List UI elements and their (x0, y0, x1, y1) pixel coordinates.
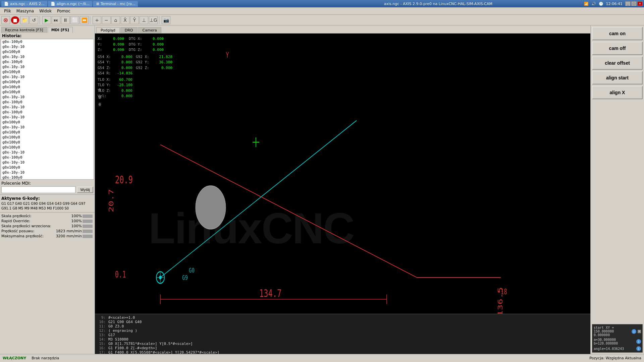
canvas-container[interactable]: X: 0.000 DTG X: 0.000 Y: 0.000 DTG Y: 0.… (95, 34, 590, 314)
estop-button[interactable]: ⊗ (1, 16, 10, 24)
angle-info-btn[interactable]: i (636, 346, 641, 351)
historia-item[interactable]: g0x-10y-10 (1, 170, 94, 175)
tab-manual-control[interactable]: Ręczna kontrola [F3] (1, 27, 47, 33)
historia-item[interactable]: g0x100y0 (1, 135, 94, 140)
home-y-button[interactable]: Ŷ (130, 16, 139, 24)
ab-info-btn[interactable]: i (636, 339, 641, 344)
historia-item[interactable]: g0x-100y0 (1, 39, 94, 44)
historia-item[interactable]: g0x-100y0 (1, 175, 94, 180)
tab-terminal[interactable]: 🖥 Terminal - mc [ro... (93, 1, 138, 7)
historia-item[interactable]: g0x-100y0 (1, 110, 94, 115)
historia-item[interactable]: g0x100y0 (1, 84, 94, 89)
svg-point-4 (196, 186, 226, 229)
minus-z-button[interactable]: − (102, 16, 111, 24)
gcodes-section: Aktywne G-kody: G1 G17 G40 G21 G90 G94 G… (0, 194, 95, 212)
historia-item[interactable]: g0x-10y-10 (1, 64, 94, 69)
tab-camera[interactable]: Camera (138, 27, 161, 33)
block-button[interactable]: ⬜ (70, 16, 79, 24)
open-button[interactable]: 📁 (20, 16, 29, 24)
historia-list[interactable]: g0x-100y0g0x-10y-10g0x100y0g0x-10y-10g0x… (1, 39, 94, 180)
scale-row-0: Skala prędkości: 100% (1, 214, 93, 218)
menu-widok[interactable]: Widok (37, 8, 54, 14)
code-content: G0 Z3.0 (108, 324, 124, 328)
tab-mdi[interactable]: MDI [F5] (48, 27, 73, 33)
svg-text:G9: G9 (182, 274, 188, 282)
svg-text:20.9: 20.9 (115, 174, 133, 186)
minimize-button[interactable]: _ (625, 1, 631, 6)
historia-item[interactable]: g0x-100y0 (1, 59, 94, 64)
historia-item[interactable]: g0x-10y-10 (1, 54, 94, 59)
scale-row-4: Maksymalna prędkość: 3200 mm/min (1, 234, 93, 238)
from-line-button[interactable]: ⏩ (80, 16, 89, 24)
historia-item[interactable]: g0x-10y-10 (1, 44, 94, 49)
camera-button[interactable]: 📷 (162, 16, 170, 24)
gcodes-line1: G1 G17 G40 G21 G90 G94 G54 G43 G99 G64 G… (1, 201, 93, 206)
historia-item[interactable]: g0x100y0 (1, 120, 94, 125)
historia-item[interactable]: g0x100y0 (1, 140, 94, 145)
pause-button[interactable]: ⏸ (61, 16, 70, 24)
historia-item[interactable]: g0x100y0 (1, 79, 94, 84)
historia-item[interactable]: g0x100y0 (1, 130, 94, 135)
menubar: Plik Maszyna Widok Pomoc (0, 7, 644, 15)
cam-off-button[interactable]: cam off (592, 42, 643, 55)
clear-offset-button[interactable]: clear offset (592, 56, 643, 70)
historia-item[interactable]: g0x-10y-10 (1, 74, 94, 79)
touchoff-button[interactable]: ⊥ (140, 16, 148, 24)
historia-item[interactable]: g0x-10y-10 (1, 115, 94, 120)
align-start-button[interactable]: align start (592, 71, 643, 84)
tab-dro[interactable]: DRO (120, 27, 138, 33)
mdi-send-button[interactable]: Wyślij (77, 186, 93, 193)
window-title: axis.ngc - AXIS 2.9.0-pre0 na LinuxCNC-H… (292, 2, 584, 6)
historia-item[interactable]: g0x100y0 (1, 89, 94, 95)
scale-value-3: 1823 mm/min (56, 229, 82, 233)
scale-slider-4[interactable] (83, 235, 93, 238)
historia-item[interactable]: g0x-10y-10 (1, 125, 94, 130)
svg-text:⊕: ⊕ (98, 101, 101, 107)
historia-item[interactable]: g0x-10y-10 (1, 160, 94, 165)
code-line: 11:G0 Z3.0 (96, 324, 589, 328)
start-xy-close-btn[interactable]: × (638, 330, 641, 333)
start-xy-info-btn[interactable]: i (632, 329, 636, 334)
tab-axis-ngc[interactable]: 📄 axis.ngc - AXIS 2... (1, 1, 47, 7)
menu-pomoc[interactable]: Pomoc (54, 8, 73, 14)
svg-text:134.7: 134.7 (259, 287, 281, 299)
scale-slider-3[interactable] (83, 230, 93, 233)
maximize-button[interactable]: □ (631, 1, 637, 6)
tab-podglad[interactable]: Podgląd (96, 27, 120, 33)
historia-item[interactable]: g0x-100y0 (1, 100, 94, 105)
historia-item[interactable]: g0x100y0 (1, 145, 94, 150)
gcodes-label: Aktywne G-kody: (1, 196, 93, 201)
historia-item[interactable]: g0x100y0 (1, 165, 94, 170)
scale-slider-2[interactable] (83, 225, 93, 228)
reload-button[interactable]: ↺ (30, 16, 38, 24)
historia-item[interactable]: g0x-10y-10 (1, 105, 94, 110)
scale-slider-0[interactable] (83, 215, 93, 218)
historia-item[interactable]: g0x-100y0 (1, 155, 94, 160)
toolbar-sep3 (159, 16, 160, 24)
sound-icon: 🔊 (591, 2, 596, 6)
align-x-button[interactable]: align X (592, 86, 643, 99)
historia-item[interactable]: g0x-10y-10 (1, 150, 94, 155)
cam-on-button[interactable]: cam on (592, 27, 643, 40)
historia-item[interactable]: g0x100y0 (1, 49, 94, 54)
menu-maszyna[interactable]: Maszyna (14, 8, 37, 14)
run-button[interactable]: ▶ (42, 16, 51, 24)
historia-item[interactable]: g0x-10y-10 (1, 95, 94, 100)
code-viewer[interactable]: 9:#<scale>=1.010:G21 G90 G64 G4011:G0 Z3… (95, 314, 590, 354)
svg-text:⊕: ⊕ (98, 87, 101, 93)
plus-z-button[interactable]: + (93, 16, 101, 24)
scale-slider-1[interactable] (83, 220, 93, 223)
stop-button[interactable]: ■ (11, 16, 19, 24)
historia-item[interactable]: g0x100y0 (1, 69, 94, 74)
close-button[interactable]: ✕ (637, 1, 643, 6)
menu-plik[interactable]: Plik (1, 8, 14, 14)
home-all-button[interactable]: ⌂ (111, 16, 120, 24)
step-button[interactable]: ⏭ (52, 16, 60, 24)
code-content: G21 G90 G64 G40 (108, 320, 142, 324)
home-x-button[interactable]: X̂ (121, 16, 129, 24)
mdi-input[interactable] (1, 186, 75, 193)
tab-align-ngc[interactable]: 📄 align-x.ngc (~/li... (48, 1, 92, 7)
code-linenum: 9: (96, 315, 106, 320)
touchoff-g-button[interactable]: ⊥G (149, 16, 158, 24)
app-wrapper: 📄 axis.ngc - AXIS 2... 📄 align-x.ngc (~/… (0, 0, 644, 362)
